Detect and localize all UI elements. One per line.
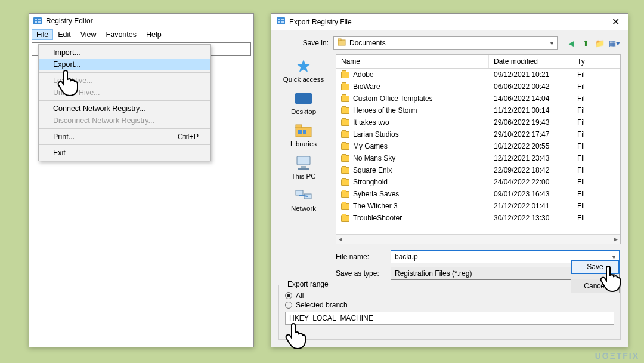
network-icon	[293, 187, 314, 204]
dialog-title: Export Registry File	[289, 18, 352, 26]
svg-rect-2	[35, 21, 37, 23]
star-icon	[293, 58, 314, 75]
branch-input[interactable]: HKEY_LOCAL_MACHINE	[285, 312, 614, 325]
folder-icon	[341, 167, 349, 174]
radio-all[interactable]: All	[285, 291, 614, 300]
menu-disconnect-network: Disconnect Network Registry...	[39, 115, 210, 127]
table-row[interactable]: No Mans Sky12/12/2021 23:43Fil	[336, 152, 620, 164]
col-date[interactable]: Date modified	[489, 55, 572, 68]
place-network[interactable]: Network	[291, 187, 316, 212]
folder-icon	[341, 203, 349, 210]
save-in-value: Documents	[349, 39, 386, 47]
table-row[interactable]: Custom Office Templates14/06/2022 14:04F…	[336, 93, 620, 104]
documents-icon	[338, 38, 346, 48]
save-button[interactable]: Save	[571, 260, 620, 274]
file-list[interactable]: Name Date modified Ty Adobe09/12/2021 10…	[336, 54, 621, 244]
table-row[interactable]: The Witcher 321/12/2022 01:41Fil	[336, 200, 620, 212]
folder-icon	[341, 119, 349, 126]
up-icon[interactable]: ⬆	[580, 38, 591, 48]
menu-import[interactable]: Import...	[39, 47, 210, 59]
table-row[interactable]: Adobe09/12/2021 10:21Fil	[336, 69, 620, 81]
radio-selected-branch[interactable]: Selected branch	[285, 301, 614, 309]
place-quick-access[interactable]: Quick access	[283, 58, 324, 83]
menu-favorites[interactable]: Favorites	[101, 29, 141, 40]
save-in-combo[interactable]: Documents ▾	[333, 36, 558, 50]
svg-rect-20	[298, 168, 309, 170]
menu-view[interactable]: View	[76, 29, 101, 40]
svg-rect-15	[296, 125, 302, 128]
menubar: File Edit View Favorites Help	[29, 28, 253, 42]
table-row[interactable]: TroubleShooter30/12/2022 13:30Fil	[336, 212, 620, 224]
col-type[interactable]: Ty	[572, 55, 596, 68]
menu-edit[interactable]: Edit	[53, 29, 76, 40]
menu-exit[interactable]: Exit	[39, 144, 210, 159]
new-folder-icon[interactable]: 📁	[595, 38, 605, 48]
save-in-label: Save in:	[296, 39, 329, 47]
col-name[interactable]: Name	[336, 55, 489, 68]
menu-print[interactable]: Print...Ctrl+P	[39, 128, 210, 143]
table-row[interactable]: Heroes of the Storm11/12/2021 00:14Fil	[336, 104, 620, 116]
chevron-down-icon: ▾	[550, 40, 553, 47]
svg-rect-13	[295, 93, 312, 104]
svg-rect-11	[338, 39, 341, 41]
horizontal-scrollbar[interactable]: ◄►	[336, 234, 620, 244]
table-row[interactable]: My Games10/12/2022 20:55Fil	[336, 140, 620, 152]
folder-icon	[341, 215, 349, 222]
svg-rect-16	[298, 130, 302, 134]
export-dialog: Export Registry File ✕ Save in: Document…	[271, 13, 628, 347]
close-button[interactable]: ✕	[608, 16, 623, 27]
folder-icon	[341, 191, 349, 198]
desktop-icon	[293, 90, 314, 107]
menu-load-hive: Load Hive...	[39, 72, 210, 87]
pc-icon	[293, 155, 314, 171]
window-title: Registry Editor	[46, 17, 93, 25]
titlebar: Registry Editor	[29, 14, 253, 28]
folder-icon	[341, 107, 349, 114]
svg-rect-7	[278, 21, 280, 23]
svg-rect-17	[303, 130, 306, 134]
view-menu-icon[interactable]: ▦▾	[609, 38, 620, 48]
place-this-pc[interactable]: This PC	[292, 155, 316, 180]
place-desktop[interactable]: Desktop	[291, 90, 316, 115]
menu-file[interactable]: File	[32, 29, 53, 40]
table-row[interactable]: Square Enix22/09/2022 18:42Fil	[336, 164, 620, 176]
place-libraries[interactable]: Libraries	[290, 122, 317, 147]
saveas-label: Save as type:	[336, 269, 385, 278]
table-row[interactable]: Syberia Saves09/01/2023 16:43Fil	[336, 188, 620, 200]
svg-rect-1	[35, 19, 37, 20]
text-caret	[419, 253, 419, 261]
places-bar: Quick access Desktop Libraries This PC N…	[271, 54, 336, 244]
svg-rect-9	[281, 21, 284, 23]
svg-rect-0	[33, 17, 42, 24]
back-icon[interactable]: ◀	[566, 38, 577, 48]
regedit-icon	[33, 16, 42, 26]
chevron-down-icon[interactable]: ▾	[612, 254, 615, 260]
export-range-group: Export range All Selected branch HKEY_LO…	[278, 285, 621, 340]
menu-unload-hive: Unload Hive...	[39, 87, 210, 99]
table-row[interactable]: It takes two29/06/2022 19:43Fil	[336, 116, 620, 128]
radio-icon	[285, 302, 292, 309]
menu-help[interactable]: Help	[141, 29, 166, 40]
export-range-legend: Export range	[285, 280, 331, 288]
dialog-titlebar: Export Registry File ✕	[271, 14, 628, 30]
folder-icon	[341, 72, 349, 78]
list-header[interactable]: Name Date modified Ty	[336, 55, 620, 69]
svg-rect-8	[281, 19, 284, 20]
save-in-row: Save in: Documents ▾ ◀ ⬆ 📁 ▦▾	[271, 30, 628, 54]
main-area: Quick access Desktop Libraries This PC N…	[271, 54, 628, 244]
menu-export[interactable]: Export...	[39, 59, 210, 70]
svg-rect-3	[38, 19, 41, 20]
svg-rect-5	[277, 17, 285, 24]
svg-rect-6	[278, 19, 280, 20]
folder-icon	[341, 179, 349, 186]
table-row[interactable]: Larian Studios29/10/2022 17:47Fil	[336, 128, 620, 140]
folder-icon	[341, 143, 349, 150]
table-row[interactable]: BioWare06/06/2022 00:42Fil	[336, 81, 620, 93]
table-row[interactable]: Stronghold24/04/2022 22:00Fil	[336, 176, 620, 188]
filename-label: File name:	[336, 253, 385, 261]
menu-connect-network[interactable]: Connect Network Registry...	[39, 100, 210, 115]
folder-icon	[341, 84, 349, 90]
svg-rect-4	[38, 21, 41, 23]
svg-rect-19	[301, 166, 306, 168]
watermark: UGΞTFIX	[595, 351, 639, 361]
